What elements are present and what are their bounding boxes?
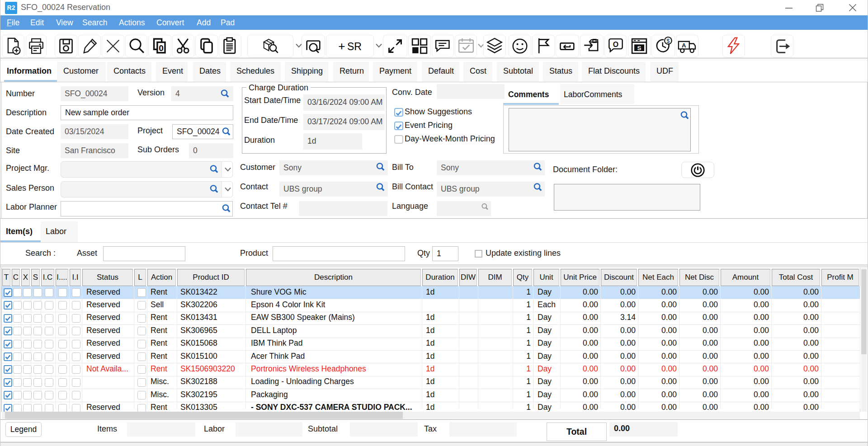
svg-text:$: $ xyxy=(667,38,670,44)
svg-text:S: S xyxy=(637,45,642,52)
svg-text:A: A xyxy=(682,42,686,48)
svg-text:0: 0 xyxy=(159,43,164,53)
svg-text:O: O xyxy=(613,41,618,48)
